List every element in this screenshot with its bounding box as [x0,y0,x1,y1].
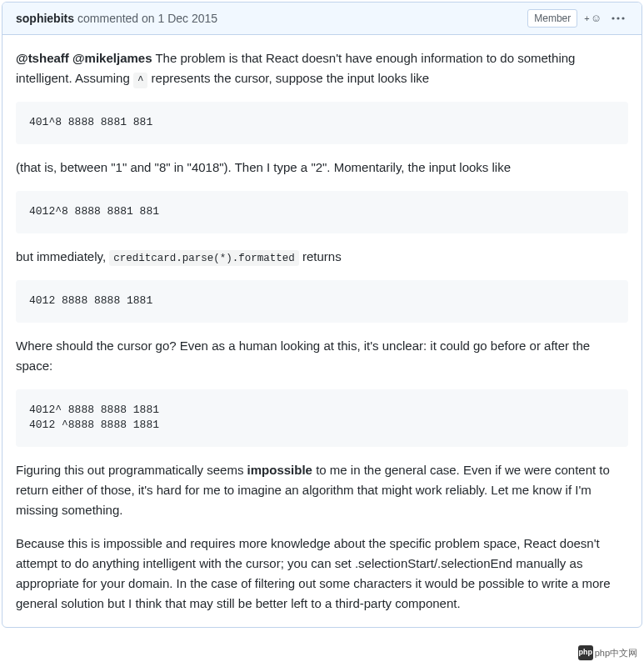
comment-header-right: Member + ☺ [527,9,628,28]
comment-header-left: sophiebits commented on 1 Dec 2015 [16,10,217,28]
inline-code: creditcard.parse(*).formatted [109,250,299,266]
svg-point-0 [612,17,614,19]
code-block: 4012^8 8888 8881 881 [16,191,628,233]
svg-point-1 [617,17,619,19]
code-block: 4012 8888 8888 1881 [16,280,628,323]
text: Figuring this out programmatically seems [16,463,247,477]
paragraph: but immediately, creditcard.parse(*).for… [16,247,628,267]
code-block: 4012^ 8888 8888 1881 4012 ^8888 8888 188… [16,389,628,448]
inline-code: ^ [133,73,148,88]
code-block: 401^8 8888 8881 881 [16,102,628,144]
user-mention[interactable]: @mikeljames [72,51,152,65]
comment-card: sophiebits commented on 1 Dec 2015 Membe… [2,2,642,628]
svg-point-2 [622,17,624,19]
comment-header: sophiebits commented on 1 Dec 2015 Membe… [2,3,642,35]
comment-actions-button[interactable] [608,15,628,22]
text: returns [299,249,342,263]
text: represents the cursor, suppose the input… [147,71,429,85]
paragraph: Where should the cursor go? Even as a hu… [16,336,628,376]
text: but immediately, [16,249,109,263]
smiley-icon: ☺ [591,10,602,27]
plus-icon: + [584,12,589,26]
paragraph: Because this is impossible and requires … [16,534,628,614]
paragraph: (that is, between "1" and "8" in "4018")… [16,158,628,178]
author-link[interactable]: sophiebits [16,10,74,28]
comment-timestamp: commented on 1 Dec 2015 [77,10,217,28]
paragraph: Figuring this out programmatically seems… [16,460,628,520]
bold-text: impossible [247,463,312,477]
user-mention[interactable]: @tsheaff [16,51,69,65]
comment-body: @tsheaff @mikeljames The problem is that… [2,35,642,627]
member-badge: Member [527,9,577,28]
add-reaction-button[interactable]: + ☺ [584,10,602,27]
paragraph: @tsheaff @mikeljames The problem is that… [16,48,628,88]
kebab-icon [612,17,625,20]
